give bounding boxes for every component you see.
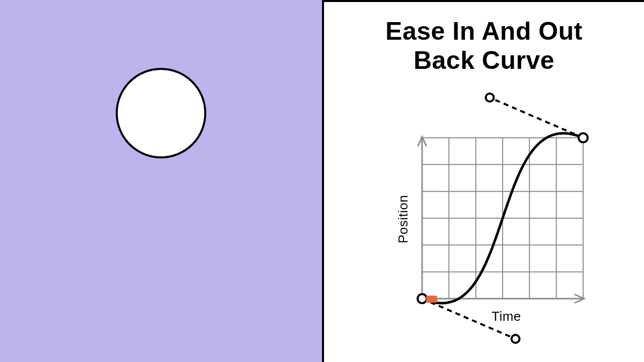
svg-line-16 xyxy=(422,299,516,339)
svg-point-19 xyxy=(486,94,494,102)
curve-start-point[interactable] xyxy=(418,294,427,303)
title-line-2: Back Curve xyxy=(414,46,554,74)
progress-marker xyxy=(426,296,437,303)
curve-title: Ease In And Out Back Curve xyxy=(324,17,644,75)
animation-preview-panel xyxy=(0,0,322,362)
title-line-1: Ease In And Out xyxy=(385,17,583,45)
curve-end-point[interactable] xyxy=(579,133,588,142)
control-handle-end[interactable] xyxy=(486,94,583,138)
svg-line-18 xyxy=(490,98,583,138)
curve-panel: Ease In And Out Back Curve Position Time xyxy=(322,0,644,362)
control-handle-start[interactable] xyxy=(422,299,520,343)
easing-curve-chart xyxy=(402,87,633,349)
animated-ball xyxy=(116,68,206,158)
page: Ease In And Out Back Curve Position Time xyxy=(0,0,644,362)
svg-point-17 xyxy=(512,335,520,343)
chart-container: Position Time xyxy=(384,87,641,354)
